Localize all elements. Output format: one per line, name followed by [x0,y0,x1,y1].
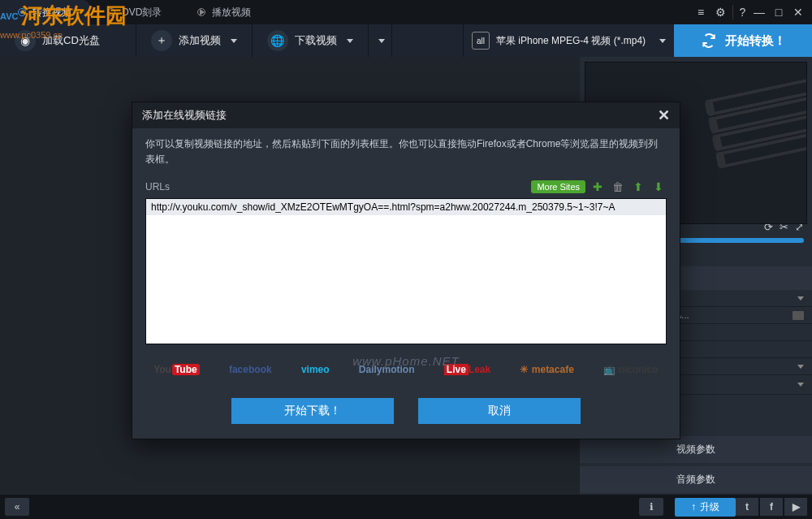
cancel-button[interactable]: 取消 [418,398,581,424]
dialog-body: URLs More Sites ✚ 🗑 ⬆ ⬇ [132,175,680,352]
dailymotion-logo: Dailymotion [359,364,415,375]
dialog-description: 你可以复制视频链接的地址，然后粘贴到下面的列表框里。你也可以直接拖动Firefo… [132,128,680,175]
url-list [145,198,667,344]
add-url-icon[interactable]: ✚ [590,179,606,195]
move-down-icon[interactable]: ⬇ [650,179,667,195]
url-input[interactable] [146,199,666,215]
urls-label: URLs [145,181,170,192]
dialog-header: 添加在线视频链接 ✕ [132,102,680,128]
add-url-dialog: 添加在线视频链接 ✕ 你可以复制视频链接的地址，然后粘贴到下面的列表框里。你也可… [132,102,680,439]
dialog-title: 添加在线视频链接 [142,108,227,123]
vimeo-logo: vimeo [301,364,330,375]
more-sites-button[interactable]: More Sites [531,180,585,193]
liveleak-logo: LiveLeak [444,364,490,375]
url-list-header: URLs More Sites ✚ 🗑 ⬆ ⬇ [145,179,667,195]
niconico-logo: 📺 niconico [603,364,659,375]
facebook-logo: facebook [229,364,272,375]
move-up-icon[interactable]: ⬆ [630,179,646,195]
youtube-logo: YouTube [153,364,200,375]
metacafe-logo: ☀ metacafe [520,364,573,375]
close-icon[interactable]: ✕ [658,106,670,124]
supported-sites: YouTube facebook vimeo Dailymotion LiveL… [132,352,680,387]
dialog-footer: 开始下载！ 取消 [132,387,680,439]
modal-overlay: 添加在线视频链接 ✕ 你可以复制视频链接的地址，然后粘贴到下面的列表框里。你也可… [0,0,812,519]
delete-url-icon[interactable]: 🗑 [610,179,626,195]
start-download-button[interactable]: 开始下载！ [231,398,394,424]
